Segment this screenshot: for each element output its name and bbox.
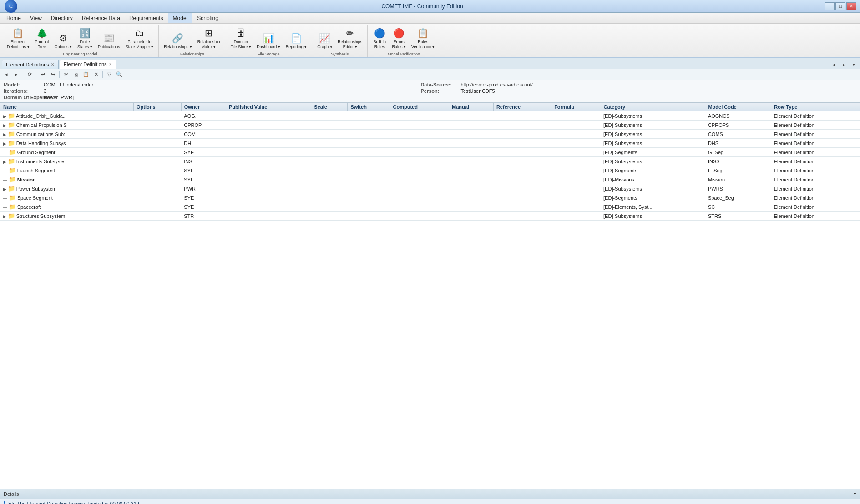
dashboard-button[interactable]: 📊 Dashboard ▾ bbox=[254, 25, 283, 51]
folder-icon-11: 📁 bbox=[8, 212, 15, 219]
table-row[interactable]: — 📁 Mission SYE [ED]-Missions Mission El… bbox=[0, 175, 860, 184]
expand-arrow-0[interactable]: ▶ bbox=[3, 114, 6, 119]
cell-formula-7 bbox=[551, 175, 601, 184]
expand-arrow-3[interactable]: ▶ bbox=[3, 141, 6, 146]
table-row[interactable]: ▶ 📁 Structures Subsystem STR [ED]-Subsys… bbox=[0, 212, 860, 221]
options-button[interactable]: ⚙ Options ▾ bbox=[52, 25, 75, 51]
expand-arrow-2[interactable]: ▶ bbox=[3, 132, 6, 137]
table-row[interactable]: — 📁 Space Segment SYE [ED]-Segments Spac… bbox=[0, 193, 860, 202]
cell-scale-4 bbox=[311, 148, 348, 157]
cell-switch-11 bbox=[348, 212, 390, 221]
minimize-button[interactable]: − bbox=[825, 2, 835, 10]
table-row[interactable]: ▶ 📁 Communications Sub: COM [ED]-Subsyst… bbox=[0, 130, 860, 139]
search-button[interactable]: 🔍 bbox=[115, 71, 124, 79]
domain-store-icon: 🗄 bbox=[236, 28, 245, 39]
cell-computed-7 bbox=[390, 175, 449, 184]
expand-arrow-7[interactable]: — bbox=[3, 178, 7, 182]
finite-states-button[interactable]: 🔢 FiniteStates ▾ bbox=[75, 25, 95, 51]
close-button[interactable]: ✕ bbox=[846, 2, 856, 10]
cell-formula-3 bbox=[551, 139, 601, 148]
delete-button[interactable]: ✕ bbox=[91, 71, 101, 79]
publications-button[interactable]: 📰 Publications bbox=[96, 25, 122, 51]
expand-arrow-9[interactable]: — bbox=[3, 196, 7, 201]
row-name-10: Spacecraft bbox=[17, 204, 41, 210]
tab-element-definitions-2[interactable]: Element Definitions ✕ bbox=[60, 60, 116, 69]
tab-close-1[interactable]: ✕ bbox=[51, 62, 55, 67]
relationships-editor-button[interactable]: ✏ RelationshipsEditor ▾ bbox=[335, 25, 364, 51]
relationships-button[interactable]: 🔗 Relationships ▾ bbox=[162, 25, 194, 51]
cell-reference-4 bbox=[493, 148, 551, 157]
tab-menu[interactable]: ▾ bbox=[849, 60, 858, 69]
verification-group-label: Model Verification bbox=[370, 52, 437, 56]
expand-arrow-8[interactable]: ▶ bbox=[3, 187, 6, 192]
cell-computed-11 bbox=[390, 212, 449, 221]
tab-scroll-right[interactable]: ▸ bbox=[839, 60, 848, 69]
table-row[interactable]: — 📁 Launch Segment SYE [ED]-Segments L_S… bbox=[0, 166, 860, 175]
cell-category-10: [ED]-Elements, Syst... bbox=[601, 202, 705, 212]
cell-formula-2 bbox=[551, 130, 601, 139]
tab-element-definitions-1[interactable]: Element Definitions ✕ bbox=[2, 60, 59, 69]
cell-options-5 bbox=[133, 157, 181, 166]
undo-button[interactable]: ↩ bbox=[38, 71, 47, 79]
relationship-matrix-button[interactable]: ⊞ RelationshipMatrix ▾ bbox=[195, 25, 223, 51]
reporting-button[interactable]: 📄 Reporting ▾ bbox=[283, 25, 309, 51]
relationships-icon: 🔗 bbox=[172, 33, 183, 44]
cut-button[interactable]: ✂ bbox=[61, 71, 71, 79]
paste-button[interactable]: 📋 bbox=[81, 71, 91, 79]
back-button[interactable]: ◂ bbox=[2, 71, 11, 79]
cell-computed-2 bbox=[390, 130, 449, 139]
menu-requirements[interactable]: Requirements bbox=[125, 13, 168, 23]
errors-rules-button[interactable]: 🔴 ErrorsRules ▾ bbox=[390, 25, 408, 51]
table-row[interactable]: ▶ 📁 Power Subsystem PWR [ED]-Subsystems … bbox=[0, 184, 860, 193]
expand-arrow-10[interactable]: — bbox=[3, 205, 7, 210]
copy-button[interactable]: ⎘ bbox=[71, 71, 81, 79]
cell-name-0: ▶ 📁 Attitude_Orbit_Guida... bbox=[0, 111, 134, 121]
cell-category-4: [ED]-Segments bbox=[601, 148, 705, 157]
menu-home[interactable]: Home bbox=[2, 13, 25, 23]
cell-name-9: — 📁 Space Segment bbox=[0, 193, 134, 202]
cell-switch-5 bbox=[348, 157, 390, 166]
built-in-rules-button[interactable]: 🔵 Built InRules bbox=[370, 25, 389, 51]
folder-icon-9: 📁 bbox=[9, 194, 16, 201]
forward-button[interactable]: ▸ bbox=[12, 71, 21, 79]
cell-model-code-3: DHS bbox=[705, 139, 771, 148]
cell-scale-0 bbox=[311, 111, 348, 121]
rules-verification-button[interactable]: 📋 RulesVerification ▾ bbox=[409, 25, 437, 51]
table-row[interactable]: ▶ 📁 Attitude_Orbit_Guida... AOG.. [ED]-S… bbox=[0, 111, 860, 121]
expand-arrow-4[interactable]: — bbox=[3, 151, 7, 155]
table-row[interactable]: — 📁 Spacecraft SYE [ED]-Elements, Syst..… bbox=[0, 202, 860, 212]
menu-scripting[interactable]: Scripting bbox=[192, 13, 223, 23]
verification-buttons: 🔵 Built InRules 🔴 ErrorsRules ▾ 📋 RulesV… bbox=[370, 25, 437, 51]
table-row[interactable]: — 📁 Ground Segment SYE [ED]-Segments G_S… bbox=[0, 148, 860, 157]
maximize-button[interactable]: □ bbox=[835, 2, 845, 10]
table-row[interactable]: ▶ 📁 Data Handling Subsys DH [ED]-Subsyst… bbox=[0, 139, 860, 148]
menu-view[interactable]: View bbox=[25, 13, 46, 23]
table-row[interactable]: ▶ 📁 Instruments Subsyste INS [ED]-Subsys… bbox=[0, 157, 860, 166]
grapher-button[interactable]: 📈 Grapher bbox=[315, 25, 334, 51]
cell-switch-10 bbox=[348, 202, 390, 212]
expand-arrow-6[interactable]: — bbox=[3, 169, 7, 173]
expand-arrow-5[interactable]: ▶ bbox=[3, 160, 6, 164]
cell-model-code-8: PWRS bbox=[705, 184, 771, 193]
expand-status-icon[interactable]: ▾ bbox=[854, 491, 856, 497]
domain-file-store-button[interactable]: 🗄 DomainFile Store ▾ bbox=[228, 25, 253, 51]
cell-name-8: ▶ 📁 Power Subsystem bbox=[0, 184, 134, 193]
refresh-button[interactable]: ⟳ bbox=[25, 71, 34, 79]
filter-button[interactable]: ▽ bbox=[105, 71, 114, 79]
folder-icon-2: 📁 bbox=[8, 131, 15, 137]
cell-reference-2 bbox=[493, 130, 551, 139]
product-tree-button[interactable]: 🌲 ProductTree bbox=[33, 25, 51, 51]
menu-reference-data[interactable]: Reference Data bbox=[77, 13, 125, 23]
cell-reference-11 bbox=[493, 212, 551, 221]
expand-arrow-1[interactable]: ▶ bbox=[3, 123, 6, 128]
menu-model[interactable]: Model bbox=[168, 13, 193, 23]
expand-arrow-11[interactable]: ▶ bbox=[3, 214, 6, 219]
menu-directory[interactable]: Directory bbox=[46, 13, 77, 23]
parameter-to-state-button[interactable]: 🗂 Parameter toState Mapper ▾ bbox=[123, 25, 156, 51]
cell-formula-8 bbox=[551, 184, 601, 193]
tab-scroll-left[interactable]: ◂ bbox=[829, 60, 838, 69]
table-row[interactable]: ▶ 📁 Chemical Propulsion S CPROP [ED]-Sub… bbox=[0, 121, 860, 130]
element-definitions-button[interactable]: 📋 ElementDefinitions ▾ bbox=[5, 25, 32, 51]
redo-button[interactable]: ↪ bbox=[48, 71, 57, 79]
tab-close-2[interactable]: ✕ bbox=[109, 62, 112, 66]
